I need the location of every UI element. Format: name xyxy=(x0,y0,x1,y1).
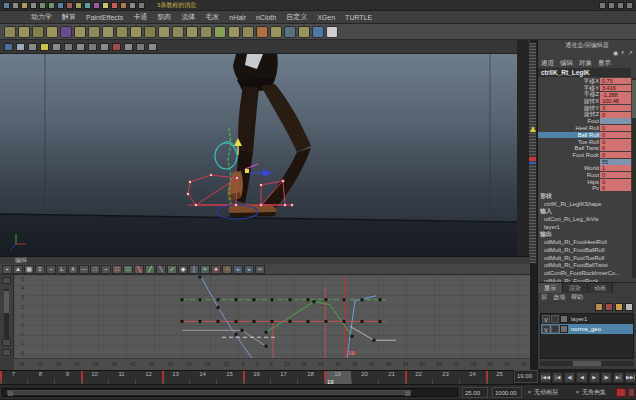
create-layer-from-selected-icon[interactable] xyxy=(605,303,613,311)
layer-color-swatch[interactable] xyxy=(560,325,568,333)
menu-item[interactable]: XGen xyxy=(312,14,340,21)
swap-buffer-icon[interactable]: □ xyxy=(123,265,133,274)
selected-object-name[interactable]: ctrlIK_Rt_LegIK xyxy=(538,68,631,77)
auto-key-icon[interactable] xyxy=(616,388,626,397)
character-legs[interactable] xyxy=(228,54,311,217)
channelbox-node-item[interactable]: utlConRt_FootRockInnerCo... xyxy=(538,270,631,278)
graph-outliner-column[interactable] xyxy=(0,275,14,358)
keyframe-points[interactable] xyxy=(181,275,382,347)
buffer-snapshot-icon[interactable]: □ xyxy=(112,265,122,274)
range-slider[interactable] xyxy=(2,388,458,397)
channel-attribute-value[interactable]: 0 xyxy=(600,172,631,178)
graph-move-keys-icon[interactable]: + xyxy=(2,265,12,274)
go-to-start-button[interactable]: |◀◀ xyxy=(540,372,551,383)
shelf-tool-icon[interactable] xyxy=(284,26,296,38)
view-menu-icon[interactable] xyxy=(4,43,13,51)
shelf-tool-icon[interactable] xyxy=(214,26,226,38)
range-slider-bar[interactable] xyxy=(7,390,411,395)
cycle-curve-icon[interactable]: ∞ xyxy=(255,265,265,274)
graph-x-label[interactable]: 84 xyxy=(487,362,493,367)
channel-attribute-value[interactable] xyxy=(600,118,631,124)
range-end-handle[interactable] xyxy=(405,391,410,396)
channel-box-scrollbar[interactable] xyxy=(632,78,636,278)
camera-lock-icon[interactable] xyxy=(28,43,37,51)
channelbox-manip-icon[interactable]: ↗ xyxy=(628,49,633,56)
step-forward-frame-button[interactable]: ▶| xyxy=(613,372,624,383)
animation-preferences-icon[interactable] xyxy=(628,388,635,397)
graph-x-label[interactable]: 90 xyxy=(504,362,510,367)
timeline-frame-cell[interactable]: 15 xyxy=(216,371,243,384)
redo-icon[interactable] xyxy=(48,2,55,9)
graph-y-label[interactable]: -1 xyxy=(14,332,25,338)
channel-attribute-value[interactable]: 0 xyxy=(600,185,631,191)
break-tangents-icon[interactable]: ╲ xyxy=(134,265,144,274)
render-settings-icon[interactable] xyxy=(129,2,136,9)
menu-item[interactable]: 流体 xyxy=(176,12,200,22)
channel-attribute-row[interactable]: World1 xyxy=(538,165,631,172)
shelf-tool-icon[interactable] xyxy=(46,26,58,38)
post-infinity-icon[interactable]: » xyxy=(244,265,254,274)
shelf-tool-icon[interactable] xyxy=(102,26,114,38)
graph-x-label[interactable]: -54 xyxy=(91,362,98,367)
menu-set-selector-icon[interactable] xyxy=(3,2,10,9)
channel-attribute-row[interactable]: Root0 xyxy=(538,172,631,179)
timeline-frame-cell[interactable]: 16 xyxy=(243,371,270,384)
channel-attribute-value[interactable]: 0 xyxy=(600,112,631,118)
shelf-tool-icon[interactable] xyxy=(74,26,86,38)
channelbox-node-item[interactable]: utlMult_Rt_FootHeelRoll xyxy=(538,239,631,247)
layer-visibility-toggle[interactable]: V xyxy=(542,315,550,323)
graph-x-label[interactable]: 30 xyxy=(335,362,341,367)
play-backwards-button[interactable]: ◀ xyxy=(576,372,587,383)
timeline-frame-cell[interactable]: 18 xyxy=(297,371,324,384)
channel-attribute-value[interactable]: 0 xyxy=(600,179,631,185)
channel-attribute-row[interactable]: Hips0 xyxy=(538,178,631,185)
go-to-end-button[interactable]: ▶▶| xyxy=(625,372,636,383)
graph-y-label[interactable]: 5 xyxy=(14,277,25,283)
timeline-frame-cell[interactable]: 9 xyxy=(54,371,81,384)
timeline-frame-cell[interactable]: 12 xyxy=(135,371,162,384)
edit-layer-icon[interactable] xyxy=(615,303,623,311)
graph-y-label[interactable]: 0 xyxy=(14,323,25,329)
workspace-icon[interactable] xyxy=(626,2,633,9)
menu-item[interactable]: 自定义 xyxy=(281,12,312,22)
channel-attribute-value[interactable]: 0 xyxy=(600,145,631,151)
shelf-tool-icon[interactable] xyxy=(130,26,142,38)
layer-editor-menu-item[interactable]: 层 xyxy=(541,293,547,302)
channelbox-speed-icon[interactable]: ◉ xyxy=(613,49,618,56)
menu-item[interactable]: 毛发 xyxy=(200,12,224,22)
construction-history-icon[interactable] xyxy=(102,2,109,9)
delete-layer-icon[interactable] xyxy=(625,303,633,311)
menu-item[interactable]: TURTLE xyxy=(340,14,377,21)
layer-editor-tab[interactable]: 渲染 xyxy=(563,283,588,293)
shelf-tool-icon[interactable] xyxy=(186,26,198,38)
show-channel-box-icon[interactable] xyxy=(617,2,624,9)
make-live-icon[interactable] xyxy=(93,2,100,9)
frame-playback-icon[interactable] xyxy=(2,349,11,356)
graph-x-label[interactable]: 0 xyxy=(256,362,259,367)
auto-tangent-icon[interactable]: ◆ xyxy=(178,265,188,274)
ipr-render-icon[interactable] xyxy=(120,2,127,9)
graph-x-label[interactable]: -30 xyxy=(166,362,173,367)
graph-x-label[interactable]: 42 xyxy=(369,362,375,367)
animation-curves[interactable] xyxy=(14,275,530,358)
lock-tangent-weight-icon[interactable]: ✓ xyxy=(167,265,177,274)
layer-name[interactable]: norms_geo xyxy=(571,326,601,332)
graph-editor-menu[interactable]: 编辑 xyxy=(0,257,530,264)
undo-icon[interactable] xyxy=(39,2,46,9)
tutorial-message-text[interactable]: 3条教程的消息 xyxy=(157,1,196,10)
graph-x-label[interactable]: 78 xyxy=(470,362,476,367)
layer-list-hscrollbar[interactable] xyxy=(540,361,634,366)
timeline-frame-cell[interactable]: 7 xyxy=(0,371,27,384)
layer-editor-tab[interactable]: 显示 xyxy=(538,283,563,293)
open-scene-icon[interactable] xyxy=(21,2,28,9)
graph-x-label[interactable]: 6 xyxy=(270,362,273,367)
xray-icon[interactable] xyxy=(136,43,145,51)
current-time-field[interactable]: 19.00 xyxy=(514,370,538,383)
template-channel-icon[interactable]: ● xyxy=(211,265,221,274)
free-tangent-weight-icon[interactable]: ╲ xyxy=(156,265,166,274)
graph-x-label[interactable]: -42 xyxy=(129,362,136,367)
channel-attribute-row[interactable]: Foot Rock0 xyxy=(538,152,631,159)
graph-x-label[interactable]: -78 xyxy=(17,362,24,367)
playback-end-field[interactable]: 25.00 xyxy=(462,387,488,398)
shelf-tool-icon[interactable] xyxy=(270,26,282,38)
